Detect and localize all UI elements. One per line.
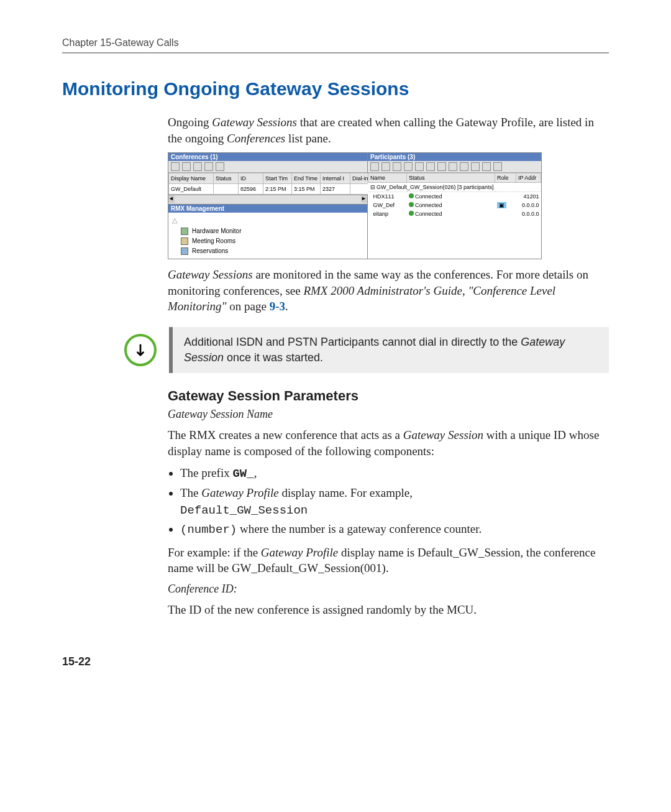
page-reference-link[interactable]: 9-3: [270, 300, 285, 313]
table-header-row: Name Status Role IP Addr: [368, 173, 541, 183]
section-title: Monitoring Ongoing Gateway Sessions: [62, 78, 609, 99]
horizontal-scrollbar[interactable]: ◄►: [168, 195, 367, 204]
screenshot-figure: Conferences (1) Display Name Status: [168, 152, 542, 259]
tree-item[interactable]: Meeting Rooms: [172, 236, 363, 246]
toolbar-icon[interactable]: [404, 162, 413, 171]
toolbar-icon[interactable]: [449, 162, 457, 171]
conferences-pane-title: Conferences (1): [168, 153, 367, 161]
subheading: Gateway Session Parameters: [168, 388, 609, 404]
toolbar-icon[interactable]: [482, 162, 491, 171]
list-item: The Gateway Profile display name. For ex…: [180, 485, 609, 519]
table-header-row: Display Name Status ID Start Tim End Tim…: [169, 173, 374, 184]
conference-id-title: Conference ID:: [168, 583, 609, 596]
page-number: 15-22: [62, 655, 609, 668]
participant-row[interactable]: HDX111 Connected 41201: [368, 192, 541, 201]
toolbar-icon[interactable]: [393, 162, 401, 171]
note-text: Additional ISDN and PSTN Participants ca…: [169, 327, 609, 373]
intro-paragraph: Ongoing Gateway Sessions that are create…: [168, 114, 609, 146]
participants-toolbar: [368, 161, 541, 173]
list-item: The prefix GW_,: [180, 465, 609, 482]
toolbar-icon[interactable]: [204, 162, 213, 171]
toolbar-icon[interactable]: [460, 162, 468, 171]
role-icon: ▣: [497, 202, 506, 208]
participants-table: Name Status Role IP Addr ⊟ GW_Default_GW…: [368, 173, 541, 218]
toolbar-icon[interactable]: [493, 162, 502, 171]
toolbar-icon[interactable]: [415, 162, 424, 171]
reservations-icon: [181, 247, 188, 255]
table-row[interactable]: GW_Default 82596 2:15 PM 3:15 PM 2327: [169, 184, 374, 195]
list-item: (number) where the number is a gateway c…: [180, 521, 609, 538]
toolbar-icon[interactable]: [471, 162, 480, 171]
after-screenshot-paragraph: Gateway Sessions are monitored in the sa…: [168, 267, 609, 315]
rmx-management-title: RMX Management: [168, 205, 367, 213]
meeting-icon: [181, 238, 188, 245]
hardware-icon: [181, 228, 188, 235]
conference-id-paragraph: The ID of the new conference is assigned…: [168, 602, 609, 618]
participants-pane-title: Participants (3): [368, 153, 541, 161]
participant-group-row[interactable]: ⊟ GW_Default_GW_Session(026) [3 particip…: [368, 183, 541, 192]
gsname-paragraph: The RMX creates a new conference that ac…: [168, 427, 609, 459]
status-icon: [409, 193, 414, 198]
participant-row[interactable]: GW_Def Connected ▣ 0.0.0.0: [368, 201, 541, 210]
note-block: Additional ISDN and PSTN Participants ca…: [124, 327, 609, 373]
header-rule: [62, 52, 609, 53]
status-icon: [409, 202, 414, 207]
toolbar-icon[interactable]: [426, 162, 435, 171]
conferences-table: Display Name Status ID Start Tim End Tim…: [168, 173, 374, 195]
status-icon: [409, 211, 414, 216]
toolbar-icon[interactable]: [370, 162, 379, 171]
toolbar-icon[interactable]: [182, 162, 191, 171]
toolbar-icon[interactable]: [216, 162, 224, 171]
toolbar-icon[interactable]: [437, 162, 446, 171]
toolbar-icon[interactable]: [171, 162, 180, 171]
participant-row[interactable]: eitanp Connected 0.0.0.0: [368, 210, 541, 218]
example-paragraph: For example: if the Gateway Profile disp…: [168, 545, 609, 576]
tree-item[interactable]: Reservations: [172, 246, 363, 256]
rmx-tree: △ Hardware Monitor Meeting Rooms Reserva…: [168, 213, 367, 259]
gateway-session-name-title: Gateway Session Name: [168, 408, 609, 421]
toolbar-icon[interactable]: [381, 162, 390, 171]
tree-item[interactable]: Hardware Monitor: [172, 226, 363, 236]
components-list: The prefix GW_, The Gateway Profile disp…: [168, 465, 609, 538]
conferences-toolbar: [168, 161, 367, 173]
note-icon: [124, 334, 157, 366]
toolbar-icon[interactable]: [193, 162, 202, 171]
chapter-header: Chapter 15-Gateway Calls: [62, 37, 609, 48]
